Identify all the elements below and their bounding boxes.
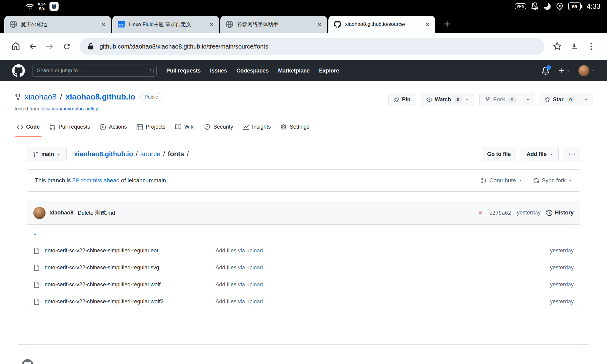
parent-directory-row: ..: [27, 225, 580, 242]
pin-button[interactable]: Pin: [388, 93, 416, 106]
clock-time: 4:33: [587, 2, 600, 11]
forward-icon[interactable]: [41, 38, 58, 55]
repo-name-link[interactable]: xiaohao8.github.io: [66, 92, 135, 102]
commit-sha[interactable]: e279a62: [489, 210, 511, 216]
file-commit-message[interactable]: Add files via upload: [215, 281, 263, 288]
file-commit-message[interactable]: Add files via upload: [215, 298, 263, 305]
browser-tab-3[interactable]: 谷歌网络字体助手: [220, 16, 327, 33]
git-pull-request-icon: [49, 124, 56, 130]
file-name-link[interactable]: noto-serif-sc-v22-chinese-simplified-reg…: [45, 248, 158, 254]
tab-code[interactable]: Code: [12, 118, 45, 137]
repo-owner-link[interactable]: xiaohao8: [25, 92, 57, 102]
tab-settings[interactable]: Settings: [276, 118, 314, 137]
caret-down-icon: [526, 98, 530, 102]
forked-from-label: forked from: [15, 106, 39, 111]
bookmark-star-icon[interactable]: [549, 38, 566, 55]
back-icon[interactable]: [24, 38, 41, 55]
tab-pull-requests[interactable]: Pull requests: [45, 118, 95, 137]
commit-message[interactable]: Delete 测试.md: [78, 209, 115, 217]
caret-down-icon: [566, 69, 570, 73]
file-name-link[interactable]: noto-serif-sc-v22-chinese-simplified-reg…: [45, 298, 164, 305]
commits-ahead-link[interactable]: 59 commits ahead: [73, 177, 120, 184]
table-row: noto-serif-sc-v22-chinese-simplified-reg…: [27, 259, 580, 276]
battery-icon: 59: [568, 2, 581, 10]
sync-fork-button[interactable]: Sync fork: [533, 177, 572, 184]
caret-down-icon: [549, 152, 553, 156]
close-icon[interactable]: [209, 22, 214, 27]
browser-tab-4-active[interactable]: xiaohao8.github.io/source/: [328, 16, 435, 33]
file-name-link[interactable]: noto-serif-sc-v22-chinese-simplified-reg…: [45, 265, 159, 271]
tab-security[interactable]: Security: [199, 118, 238, 137]
file-icon: [33, 282, 39, 288]
star-caret-button[interactable]: [580, 93, 592, 106]
fork-button-group: Fork 9: [479, 93, 534, 106]
tab-title: 魔王の领地: [21, 21, 97, 28]
sync-icon: [533, 178, 539, 184]
fork-button[interactable]: Fork 9: [479, 93, 522, 106]
tab-actions[interactable]: Actions: [95, 118, 132, 137]
wifi-icon: [25, 2, 34, 11]
reload-icon[interactable]: [58, 38, 75, 55]
browser-tab-strip: 魔王の领地 Fluid Hexo Fluid主题 添加自定义 谷歌网络字体助手 …: [0, 13, 607, 33]
search-input[interactable]: Search or jump to… /: [32, 65, 157, 77]
menu-kebab-icon[interactable]: [583, 38, 600, 55]
nav-issues[interactable]: Issues: [210, 68, 227, 74]
more-options-button[interactable]: [564, 147, 580, 161]
breadcrumb-dir-link[interactable]: source: [140, 150, 160, 158]
file-commit-message[interactable]: Add files via upload: [215, 248, 263, 254]
fork-caret-button[interactable]: [522, 93, 534, 106]
user-menu[interactable]: [578, 65, 595, 76]
add-file-button[interactable]: Add file: [521, 147, 559, 161]
fork-count: 9: [508, 96, 516, 103]
eye-icon: [426, 97, 432, 103]
commit-author[interactable]: xiaohao8: [50, 210, 73, 216]
watch-button[interactable]: Watch 0: [421, 93, 475, 106]
new-tab-plus-icon[interactable]: [443, 20, 451, 28]
app-icon: [49, 2, 59, 11]
tab-wiki[interactable]: Wiki: [170, 118, 199, 137]
nav-codespaces[interactable]: Codespaces: [236, 68, 269, 74]
branch-selector[interactable]: main: [27, 147, 67, 161]
breadcrumb: xiaohao8.github.io / source / fonts /: [74, 150, 189, 158]
create-new-button[interactable]: [558, 67, 570, 74]
failed-check-x-icon[interactable]: [477, 210, 483, 216]
nav-pull-requests[interactable]: Pull requests: [166, 68, 201, 74]
tab-title: xiaohao8.github.io/source/: [345, 21, 421, 27]
history-button[interactable]: History: [546, 210, 574, 216]
notification-muted-icon: [531, 2, 539, 10]
contribute-button[interactable]: Contribute: [481, 177, 522, 184]
tab-projects[interactable]: Projects: [132, 118, 170, 137]
parent-directory-link[interactable]: ..: [33, 230, 36, 237]
breadcrumb-repo-link[interactable]: xiaohao8.github.io: [74, 150, 133, 158]
go-to-file-button[interactable]: Go to file: [482, 147, 516, 161]
file-commit-message[interactable]: Add files via upload: [215, 265, 263, 271]
nav-explore[interactable]: Explore: [319, 68, 339, 74]
browser-tab-2[interactable]: Fluid Hexo Fluid主题 添加自定义: [112, 16, 219, 33]
book-icon: [175, 124, 181, 130]
notifications-bell-icon[interactable]: [541, 67, 550, 75]
tab-insights[interactable]: Insights: [238, 118, 276, 137]
download-icon[interactable]: [566, 38, 583, 55]
close-icon[interactable]: [100, 22, 106, 27]
file-name-link[interactable]: noto-serif-sc-v22-chinese-simplified-reg…: [45, 281, 161, 288]
forked-from-link[interactable]: leicancun/hexo-blog-netlify: [40, 106, 98, 111]
close-icon[interactable]: [425, 22, 430, 27]
file-icon: [33, 265, 39, 271]
file-icon: [33, 248, 39, 254]
star-button[interactable]: Star 0: [539, 93, 580, 106]
star-count: 0: [566, 96, 575, 103]
caret-down-icon: [591, 69, 595, 73]
github-logo-icon[interactable]: [12, 64, 25, 77]
globe-icon: [226, 21, 233, 28]
home-icon[interactable]: [7, 38, 24, 55]
github-icon: [334, 21, 341, 28]
commit-author-avatar[interactable]: [33, 207, 46, 219]
browser-tab-1[interactable]: 魔王の领地: [4, 16, 111, 33]
nav-marketplace[interactable]: Marketplace: [278, 68, 310, 74]
latest-commit-row: xiaohao8 Delete 测试.md e279a62 yesterday …: [27, 201, 580, 225]
tab-title: 谷歌网络字体助手: [237, 21, 313, 28]
close-icon[interactable]: [317, 22, 322, 27]
table-row: noto-serif-sc-v22-chinese-simplified-reg…: [27, 242, 580, 259]
url-bar[interactable]: github.com/xiaohao8/xiaohao8.github.io/t…: [80, 38, 544, 55]
caret-down-icon: [519, 179, 522, 182]
